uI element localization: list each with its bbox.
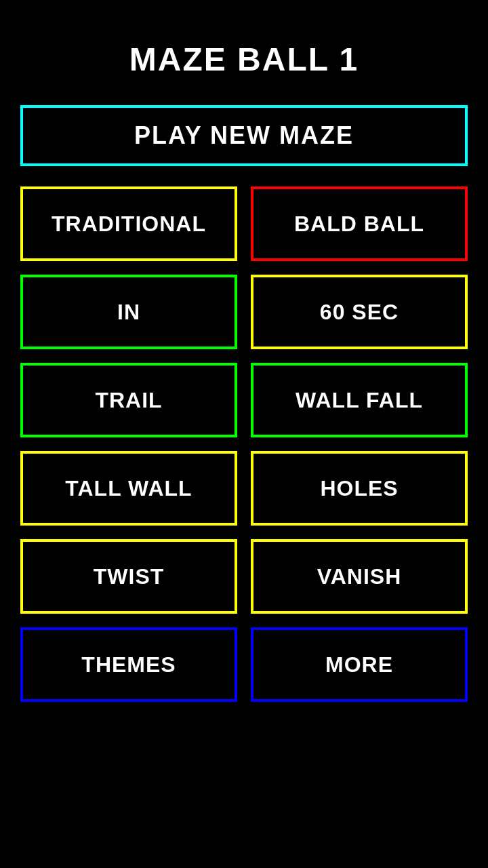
app-title: MAZE BALL 1 [129, 41, 359, 78]
holes-button[interactable]: HOLES [251, 451, 468, 526]
twist-button[interactable]: TWIST [20, 539, 237, 614]
traditional-button[interactable]: TRADITIONAL [20, 186, 237, 261]
in-button[interactable]: IN [20, 275, 237, 349]
themes-button[interactable]: THEMES [20, 627, 237, 702]
trail-button[interactable]: TRAIL [20, 363, 237, 437]
options-grid: TRADITIONAL BALD BALL IN 60 SEC TRAIL WA… [20, 186, 468, 702]
tall-wall-button[interactable]: TALL WALL [20, 451, 237, 526]
bald-ball-button[interactable]: BALD BALL [251, 186, 468, 261]
vanish-button[interactable]: VANISH [251, 539, 468, 614]
more-button[interactable]: MORE [251, 627, 468, 702]
play-new-maze-button[interactable]: PLAY NEW MAZE [20, 105, 468, 166]
60-sec-button[interactable]: 60 SEC [251, 275, 468, 349]
wall-fall-button[interactable]: WALL FALL [251, 363, 468, 437]
